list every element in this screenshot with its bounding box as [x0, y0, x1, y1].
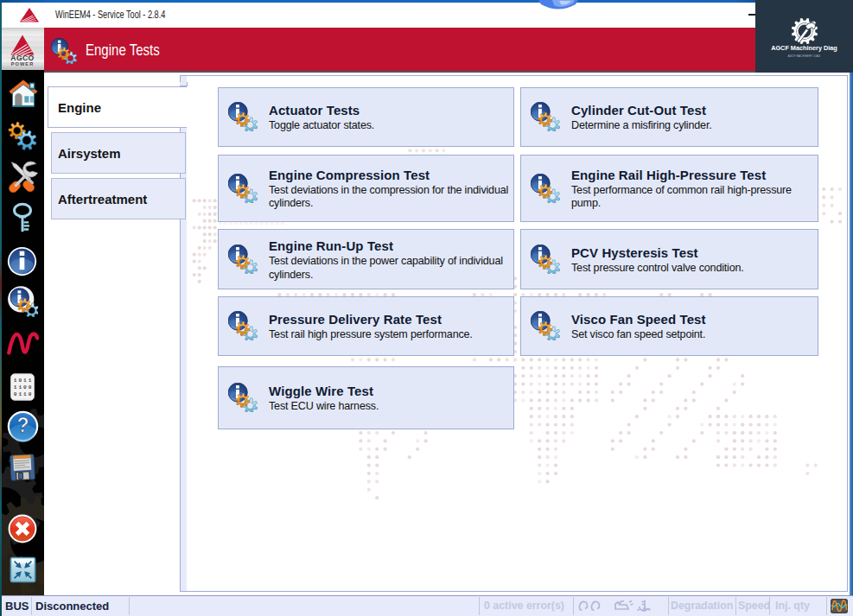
svg-text:POWER: POWER	[11, 61, 35, 67]
